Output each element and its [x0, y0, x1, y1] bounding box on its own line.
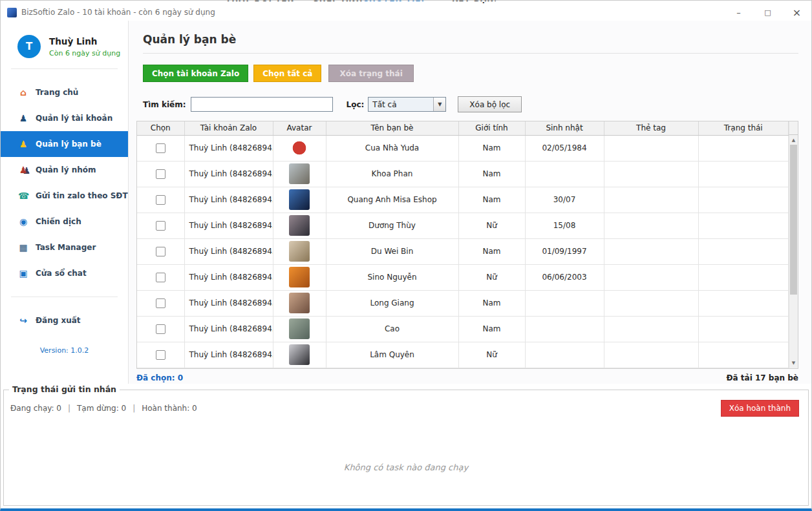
top-strip-fragment: THAY ĐỔI TÊN [226, 1, 295, 3]
row-checkbox[interactable] [156, 350, 166, 360]
logout-button[interactable]: ↪ Đăng xuất [1, 308, 128, 333]
column-header: Giới tính [458, 121, 525, 135]
table-row[interactable]: Thuỳ Linh (84826894...Cua Nhà YudaNam02/… [137, 135, 789, 161]
home-icon: ⌂ [18, 88, 28, 97]
sidebar-item-label: Cửa sổ chat [36, 269, 87, 278]
avatar-cell [273, 316, 326, 342]
gender-cell: Nam [458, 135, 525, 161]
tag-cell [604, 161, 698, 187]
loaded-count: Đã tải 17 bạn bè [727, 373, 798, 382]
row-select-cell [137, 238, 184, 264]
table-row[interactable]: Thuỳ Linh (84826894...Lâm QuyênNữ [137, 342, 789, 368]
sidebar-item-home[interactable]: ⌂Trang chủ [1, 79, 128, 105]
table-row[interactable]: Thuỳ Linh (84826894...Sino NguyễnNữ06/06… [137, 264, 789, 290]
friend-name-cell: Khoa Phan [326, 161, 458, 187]
status-cell [698, 238, 789, 264]
avatar-cell [273, 342, 326, 368]
row-checkbox[interactable] [156, 195, 166, 205]
scrollbar-thumb[interactable] [790, 145, 797, 295]
friend-name-cell: Lâm Quyên [326, 342, 458, 368]
panel-title: Trạng thái gửi tin nhắn [9, 384, 120, 394]
filter-dropdown[interactable]: Tất cả ▼ [368, 97, 446, 112]
account-cell: Thuỳ Linh (84826894... [184, 238, 273, 264]
sidebar-item-chat[interactable]: ▣Cửa sổ chat [1, 260, 128, 286]
row-checkbox[interactable] [156, 169, 166, 179]
maximize-icon[interactable]: □ [753, 4, 782, 21]
separator: | [68, 404, 70, 413]
gender-cell: Nam [458, 187, 525, 213]
row-checkbox[interactable] [156, 247, 166, 256]
table-header-row: ChọnTài khoản ZaloAvatarTên bạn bèGiới t… [137, 121, 789, 135]
row-checkbox[interactable] [156, 221, 166, 231]
filter-dropdown-value: Tất cả [369, 98, 433, 111]
search-input[interactable] [191, 97, 333, 112]
column-header: Trạng thái [698, 121, 789, 135]
table-row[interactable]: Thuỳ Linh (84826894...Khoa PhanNam [137, 161, 789, 187]
select-zalo-account-button[interactable]: Chọn tài khoản Zalo [143, 65, 248, 82]
tag-cell [604, 135, 698, 161]
window-title: BizSoftio Zalo - 10 tài khoản - còn 6 ng… [21, 8, 215, 17]
account-cell: Thuỳ Linh (84826894... [184, 264, 273, 290]
row-checkbox[interactable] [156, 298, 166, 308]
birthday-cell: 02/05/1984 [525, 135, 604, 161]
account-cell: Thuỳ Linh (84826894... [184, 213, 273, 238]
status-cell [698, 316, 789, 342]
row-select-cell [137, 342, 184, 368]
birthday-cell [525, 316, 604, 342]
sidebar-item-campaign[interactable]: ◉Chiến dịch [1, 209, 128, 235]
gender-cell: Nam [458, 238, 525, 264]
app-window: THAY ĐỔI TÊNGHÉP ẢNHCHUYỂN TIẾPKẾT BẠN+ … [0, 0, 812, 511]
vertical-scrollbar[interactable]: ▲ ▼ [789, 135, 798, 368]
clear-filter-button[interactable]: Xóa bộ lọc [458, 96, 522, 112]
sidebar-divider [11, 68, 118, 69]
row-checkbox[interactable] [156, 324, 166, 334]
table-row[interactable]: Thuỳ Linh (84826894...Quang Anh Misa Esh… [137, 187, 789, 213]
clear-status-button[interactable]: Xóa trạng thái [328, 65, 413, 82]
gender-cell: Nữ [458, 264, 525, 290]
select-all-button[interactable]: Chọn tất cả [253, 65, 321, 82]
row-checkbox[interactable] [156, 273, 166, 282]
row-checkbox[interactable] [156, 143, 166, 153]
status-cell [698, 135, 789, 161]
app-icon [7, 8, 17, 17]
task-icon: ▦ [18, 243, 28, 252]
chevron-down-icon: ▼ [433, 98, 445, 111]
table-row[interactable]: Thuỳ Linh (84826894...CaoNam [137, 316, 789, 342]
minimize-icon[interactable]: – [724, 4, 753, 21]
avatar-image [289, 163, 310, 184]
avatar-cell [273, 290, 326, 316]
avatar-cell [273, 264, 326, 290]
close-icon[interactable]: × [782, 4, 811, 21]
friends-table: ChọnTài khoản ZaloAvatarTên bạn bèGiới t… [136, 121, 798, 369]
filter-label: Lọc: [347, 100, 365, 109]
table-footer: Đã chọn: 0 Đã tải 17 bạn bè [136, 373, 798, 382]
avatar-image [289, 318, 310, 339]
main-row: T Thuỳ Linh Còn 6 ngày sử dụng ⌂Trang ch… [1, 21, 811, 384]
top-strip-fragment: GHÉP ẢNH [312, 1, 363, 3]
sidebar-item-friends[interactable]: ♟Quản lý bạn bè [1, 131, 128, 157]
sidebar-item-accounts[interactable]: ♟Quản lý tài khoản [1, 105, 128, 131]
table-row[interactable]: Thuỳ Linh (84826894...Dương ThùyNữ15/08 [137, 213, 789, 238]
column-header: Chọn [137, 121, 184, 135]
table-row[interactable]: Thuỳ Linh (84826894...Long GiangNam [137, 290, 789, 316]
account-cell: Thuỳ Linh (84826894... [184, 187, 273, 213]
birthday-cell: 01/09/1997 [525, 238, 604, 264]
column-header: Tên bạn bè [326, 121, 458, 135]
scroll-up-icon[interactable]: ▲ [789, 135, 798, 145]
avatar-image [289, 344, 310, 365]
sidebar-item-send-sdt[interactable]: ☎Gửi tin zalo theo SĐT [1, 183, 128, 209]
sidebar-item-groups[interactable]: ♟Quản lý nhóm [1, 157, 128, 183]
tag-cell [604, 187, 698, 213]
chat-icon: ▣ [18, 269, 28, 278]
scroll-down-icon[interactable]: ▼ [789, 359, 798, 368]
clear-completed-button[interactable]: Xóa hoàn thành [721, 400, 799, 417]
sidebar-item-task-manager[interactable]: ▦Task Manager [1, 235, 128, 260]
page-title: Quản lý bạn bè [143, 33, 798, 54]
tag-cell [604, 342, 698, 368]
main-content: Quản lý bạn bè Chọn tài khoản Zalo Chọn … [129, 21, 811, 384]
tag-cell [604, 290, 698, 316]
top-strip: THAY ĐỔI TÊNGHÉP ẢNHCHUYỂN TIẾPKẾT BẠN+ [1, 1, 811, 4]
filter-row: Tìm kiếm: Lọc: Tất cả ▼ Xóa bộ lọc [143, 96, 798, 112]
table-row[interactable]: Thuỳ Linh (84826894...Du Wei BinNam01/09… [137, 238, 789, 264]
send-icon: ☎ [18, 191, 28, 200]
